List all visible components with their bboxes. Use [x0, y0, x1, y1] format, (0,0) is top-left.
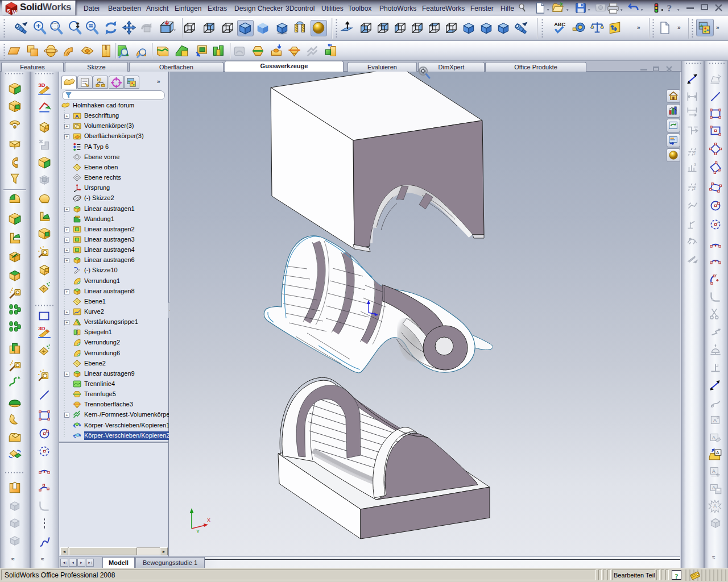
svg-text:S: S [7, 8, 10, 14]
svg-text:3: 3 [693, 151, 696, 155]
svg-text:3: 3 [694, 163, 696, 167]
svg-text:ABC: ABC [554, 22, 565, 27]
svg-text:3D: 3D [38, 82, 45, 88]
svg-text:3: 3 [693, 186, 696, 190]
svg-text:A: A [713, 503, 717, 509]
svg-text:A: A [75, 113, 79, 119]
svg-text:Y: Y [196, 529, 200, 534]
svg-text:3D: 3D [38, 325, 45, 331]
svg-text:X: X [207, 517, 210, 523]
svg-text:?: ? [667, 2, 672, 14]
svg-text:A: A [712, 468, 715, 474]
svg-text:A: A [712, 435, 715, 440]
svg-text:A: A [713, 417, 717, 423]
svg-text:A: A [716, 450, 719, 455]
svg-text:W: W [12, 9, 17, 15]
svg-text:A: A [712, 485, 715, 490]
